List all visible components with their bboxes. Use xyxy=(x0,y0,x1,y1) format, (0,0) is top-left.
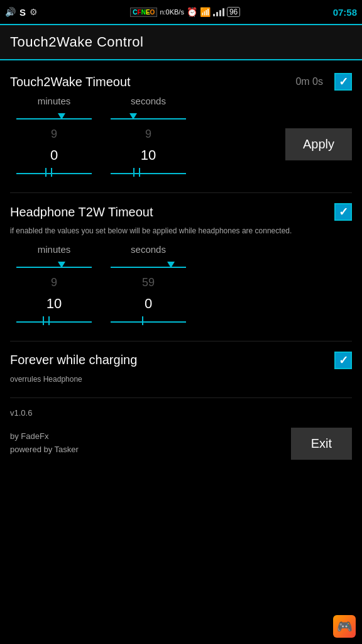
headphone-header: Headphone T2W Timeout ✓ xyxy=(10,203,352,221)
headphone-minutes-label: minutes xyxy=(38,244,71,255)
alarm-icon: ⏰ xyxy=(187,7,197,17)
tick-1 xyxy=(45,168,47,177)
headphone-seconds-track-bottom xyxy=(111,321,186,323)
sticker-icon: 🎮 xyxy=(333,615,356,638)
settings-icon: ⚙ xyxy=(30,7,38,17)
touch2wake-seconds-col: seconds 9 10 xyxy=(104,96,192,180)
charging-subtitle: overrules Headphone xyxy=(10,374,352,385)
neo-badge: CFNEO xyxy=(130,8,157,17)
charging-checkbox[interactable]: ✓ xyxy=(334,352,352,369)
tick-6 xyxy=(48,316,50,325)
s-icon: S xyxy=(19,7,26,18)
touch2wake-seconds-top-track[interactable] xyxy=(111,113,186,125)
touch2wake-minutes-col: minutes 9 0 xyxy=(10,96,98,180)
status-right: 07:58 xyxy=(333,7,357,18)
touch2wake-seconds-track-bottom xyxy=(111,173,186,174)
headphone-seconds-above-value: 59 xyxy=(142,276,155,289)
signal-bar-4 xyxy=(222,8,224,16)
headphone-seconds-col: seconds 59 0 xyxy=(104,244,192,328)
exit-button[interactable]: Exit xyxy=(291,428,352,460)
footer: v1.0.6 by FadeFx powered by Tasker Exit xyxy=(10,408,352,460)
headphone-minutes-track-bottom xyxy=(16,321,92,323)
divider-3 xyxy=(10,397,352,398)
status-center-info: CFNEO n:0KB/s ⏰ 📶 96 xyxy=(130,7,240,17)
touch2wake-seconds-bottom-track[interactable] xyxy=(111,167,186,180)
headphone-seconds-bottom-track[interactable] xyxy=(111,316,186,328)
footer-text-block: by FadeFx powered by Tasker xyxy=(10,430,79,457)
touch2wake-seconds-thumb-up xyxy=(129,113,137,119)
touch2wake-minutes-thumb-up xyxy=(58,113,65,119)
touch2wake-seconds-track-top xyxy=(111,118,186,119)
touch2wake-minutes-label: minutes xyxy=(38,96,71,106)
tick-2 xyxy=(51,168,52,177)
touch2wake-sliders: minutes 9 0 xyxy=(10,96,192,180)
touch2wake-header-right: 0m 0s ✓ xyxy=(295,73,352,91)
version-text: v1.0.6 xyxy=(10,408,352,418)
touch2wake-seconds-above-value: 9 xyxy=(145,128,151,141)
charging-section: Forever while charging ✓ overrules Headp… xyxy=(10,352,352,385)
status-bar: 🔊 S ⚙ CFNEO n:0KB/s ⏰ 📶 96 07:58 xyxy=(0,0,362,25)
headphone-seconds-ticks xyxy=(142,316,143,325)
wifi-icon: 📶 xyxy=(200,7,211,17)
touch2wake-minutes-top-track[interactable] xyxy=(16,113,92,125)
headphone-minutes-top-track[interactable] xyxy=(16,261,92,274)
status-time: 07:58 xyxy=(333,7,357,18)
apply-button[interactable]: Apply xyxy=(285,128,352,160)
charging-check-icon: ✓ xyxy=(339,353,348,367)
touch2wake-minutes-above-value: 9 xyxy=(51,128,57,141)
touch2wake-seconds-label: seconds xyxy=(131,96,166,106)
divider-1 xyxy=(10,192,352,193)
touch2wake-minutes-track-top xyxy=(16,118,92,119)
sticker-emoji: 🎮 xyxy=(337,619,353,634)
touch2wake-minutes-ticks xyxy=(45,168,52,177)
touch2wake-minutes-bottom-track[interactable] xyxy=(16,167,92,180)
touch2wake-minutes-value: 0 xyxy=(50,147,58,164)
tick-5 xyxy=(43,316,44,325)
touch2wake-title: Touch2Wake Timeout xyxy=(10,75,131,89)
data-speed: n:0KB/s xyxy=(160,8,184,16)
status-left-icons: 🔊 S ⚙ xyxy=(5,7,38,18)
touch2wake-seconds-ticks xyxy=(133,168,140,177)
powered-text: powered by Tasker xyxy=(10,443,79,457)
headphone-seconds-thumb-up xyxy=(167,262,175,268)
battery-percent: 96 xyxy=(227,7,240,17)
headphone-seconds-label: seconds xyxy=(131,244,166,255)
headphone-minutes-ticks xyxy=(43,316,50,325)
touch2wake-header: Touch2Wake Timeout 0m 0s ✓ xyxy=(10,73,352,91)
tick-7 xyxy=(142,316,143,325)
signal-bars xyxy=(213,8,224,16)
headphone-minutes-bottom-track[interactable] xyxy=(16,316,92,328)
footer-row: by FadeFx powered by Tasker Exit xyxy=(10,428,352,460)
tick-3 xyxy=(133,168,134,177)
headphone-seconds-track-top xyxy=(111,267,186,268)
touch2wake-checkbox[interactable]: ✓ xyxy=(334,73,352,91)
app-bar: Touch2Wake Control xyxy=(0,25,362,60)
headphone-checkbox[interactable]: ✓ xyxy=(334,203,352,221)
headphone-minutes-col: minutes 9 10 xyxy=(10,244,98,328)
headphone-seconds-top-track[interactable] xyxy=(111,261,186,274)
touch2wake-minutes-track-bottom xyxy=(16,173,92,174)
touch2wake-check-icon: ✓ xyxy=(339,75,348,89)
timeout-display: 0m 0s xyxy=(295,76,323,87)
headphone-minutes-thumb-up xyxy=(58,262,65,268)
headphone-sliders: minutes 9 10 xyxy=(10,244,352,328)
headphone-title: Headphone T2W Timeout xyxy=(10,205,153,219)
volume-icon: 🔊 xyxy=(5,7,16,17)
headphone-minutes-above-value: 9 xyxy=(51,276,57,289)
headphone-seconds-value: 0 xyxy=(145,296,152,312)
headphone-minutes-track-top xyxy=(16,267,92,268)
touch2wake-controls: minutes 9 0 xyxy=(10,96,352,180)
headphone-check-icon: ✓ xyxy=(339,205,348,219)
author-text: by FadeFx xyxy=(10,430,79,443)
app-title: Touch2Wake Control xyxy=(10,34,143,50)
charging-title: Forever while charging xyxy=(10,353,137,367)
divider-2 xyxy=(10,341,352,341)
signal-bar-2 xyxy=(216,12,218,16)
tick-4 xyxy=(139,168,140,177)
headphone-subtitle: if enabled the values you set below will… xyxy=(10,226,352,236)
signal-bar-1 xyxy=(213,14,215,16)
headphone-minutes-value: 10 xyxy=(47,296,62,312)
main-content: Touch2Wake Timeout 0m 0s ✓ minutes xyxy=(0,60,362,644)
charging-header: Forever while charging ✓ xyxy=(10,352,352,369)
touch2wake-seconds-value: 10 xyxy=(141,147,156,164)
